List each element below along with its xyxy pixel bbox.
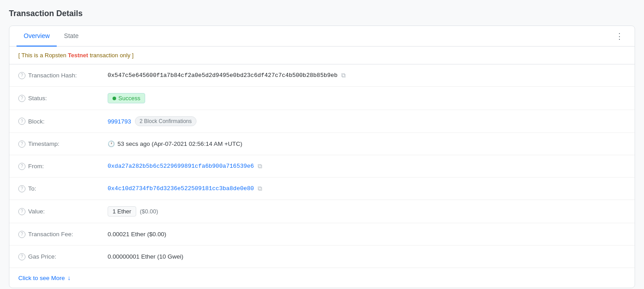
- transaction-details-card: Overview State ⋮ [ This is a Ropsten Tes…: [9, 26, 635, 288]
- to-address-link[interactable]: 0x4c10d2734fb76d3236e522509181cc3ba8de0e…: [108, 185, 254, 192]
- from-label: ? From:: [18, 163, 108, 170]
- timestamp-row: ? Timestamp: 🕐 53 secs ago (Apr-07-2021 …: [9, 133, 635, 155]
- status-dot-icon: [113, 97, 116, 100]
- from-label-text: From:: [28, 163, 44, 170]
- gas-price-label-text: Gas Price:: [28, 253, 56, 260]
- to-label-text: To:: [28, 185, 36, 192]
- value-label: ? Value:: [18, 208, 108, 215]
- status-label-text: Status:: [28, 95, 47, 102]
- to-row: ? To: 0x4c10d2734fb76d3236e522509181cc3b…: [9, 178, 635, 200]
- transaction-fee-label: ? Transaction Fee:: [18, 231, 108, 238]
- block-label: ? Block:: [18, 118, 108, 125]
- timestamp-text: 53 secs ago (Apr-07-2021 02:56:14 AM +UT…: [117, 140, 243, 147]
- transaction-fee-help-icon[interactable]: ?: [18, 231, 25, 238]
- confirmations-badge: 2 Block Confirmations: [135, 116, 197, 126]
- transaction-hash-text: 0x547c5e645600f1a7b84cf2a0e5d2d9495e0bd2…: [108, 72, 338, 79]
- timestamp-value: 🕐 53 secs ago (Apr-07-2021 02:56:14 AM +…: [108, 140, 626, 147]
- from-address-copy-button[interactable]: ⧉: [258, 162, 262, 170]
- transaction-fee-text: 0.00021 Ether ($0.00): [108, 231, 166, 238]
- page-title: Transaction Details: [9, 9, 635, 18]
- value-content: 1 Ether ($0.00): [108, 206, 626, 217]
- from-row: ? From: 0xda27a282b5b6c5229699891cfa6b90…: [9, 155, 635, 178]
- transaction-hash-label-text: Transaction Hash:: [28, 72, 77, 79]
- timestamp-label: ? Timestamp:: [18, 140, 108, 148]
- timestamp-label-text: Timestamp:: [28, 140, 59, 147]
- block-value: 9991793 2 Block Confirmations: [108, 116, 626, 126]
- to-label: ? To:: [18, 185, 108, 192]
- status-badge: Success: [108, 93, 145, 103]
- status-row: ? Status: Success: [9, 87, 635, 110]
- ether-value-badge: 1 Ether: [108, 206, 136, 217]
- to-value: 0x4c10d2734fb76d3236e522509181cc3ba8de0e…: [108, 185, 626, 192]
- from-address-link[interactable]: 0xda27a282b5b6c5229699891cfa6b900a716539…: [108, 163, 254, 170]
- block-row: ? Block: 9991793 2 Block Confirmations: [9, 110, 635, 133]
- gas-price-row: ? Gas Price: 0.00000001 Ether (10 Gwei): [9, 246, 635, 268]
- transaction-hash-copy-button[interactable]: ⧉: [341, 72, 346, 79]
- clock-icon: 🕐: [108, 140, 115, 147]
- to-address-copy-button[interactable]: ⧉: [258, 185, 262, 192]
- testnet-banner-text-end: transaction only ]: [88, 52, 134, 59]
- tab-content: [ This is a Ropsten Testnet transaction …: [9, 47, 635, 288]
- value-label-text: Value:: [28, 208, 45, 215]
- block-number-link[interactable]: 9991793: [108, 118, 131, 125]
- tab-bar: Overview State ⋮: [9, 26, 635, 47]
- status-label: ? Status:: [18, 95, 108, 102]
- from-help-icon[interactable]: ?: [18, 163, 25, 170]
- from-value: 0xda27a282b5b6c5229699891cfa6b900a716539…: [108, 162, 626, 170]
- see-more-link[interactable]: Click to see More: [18, 275, 65, 281]
- gas-price-value: 0.00000001 Ether (10 Gwei): [108, 253, 626, 260]
- status-help-icon[interactable]: ?: [18, 95, 25, 102]
- gas-price-label: ? Gas Price:: [18, 253, 108, 260]
- transaction-hash-help-icon[interactable]: ?: [18, 72, 25, 79]
- timestamp-help-icon[interactable]: ?: [18, 140, 25, 148]
- see-more-section: Click to see More ↓: [9, 268, 635, 288]
- testnet-word: Testnet: [68, 52, 88, 59]
- status-badge-text: Success: [118, 95, 140, 102]
- transaction-hash-value: 0x547c5e645600f1a7b84cf2a0e5d2d9495e0bd2…: [108, 72, 626, 79]
- block-label-text: Block:: [28, 118, 45, 125]
- transaction-hash-row: ? Transaction Hash: 0x547c5e645600f1a7b8…: [9, 64, 635, 87]
- gas-price-help-icon[interactable]: ?: [18, 253, 25, 260]
- value-row: ? Value: 1 Ether ($0.00): [9, 200, 635, 223]
- tab-overview[interactable]: Overview: [17, 26, 57, 47]
- gas-price-text: 0.00000001 Ether (10 Gwei): [108, 253, 184, 260]
- tab-menu-button[interactable]: ⋮: [612, 30, 627, 43]
- transaction-hash-label: ? Transaction Hash:: [18, 72, 108, 79]
- timestamp-with-clock: 🕐 53 secs ago (Apr-07-2021 02:56:14 AM +…: [108, 140, 243, 147]
- usd-value-text: ($0.00): [140, 208, 158, 215]
- block-help-icon[interactable]: ?: [18, 118, 25, 125]
- testnet-banner-text-start: [ This is a Ropsten: [18, 52, 68, 59]
- tab-state[interactable]: State: [57, 26, 86, 47]
- testnet-banner: [ This is a Ropsten Testnet transaction …: [9, 47, 635, 64]
- transaction-fee-row: ? Transaction Fee: 0.00021 Ether ($0.00): [9, 223, 635, 246]
- to-help-icon[interactable]: ?: [18, 185, 25, 192]
- transaction-fee-label-text: Transaction Fee:: [28, 231, 73, 238]
- value-help-icon[interactable]: ?: [18, 208, 25, 215]
- down-arrow-icon: ↓: [67, 274, 71, 281]
- status-value: Success: [108, 93, 626, 103]
- transaction-fee-value: 0.00021 Ether ($0.00): [108, 231, 626, 238]
